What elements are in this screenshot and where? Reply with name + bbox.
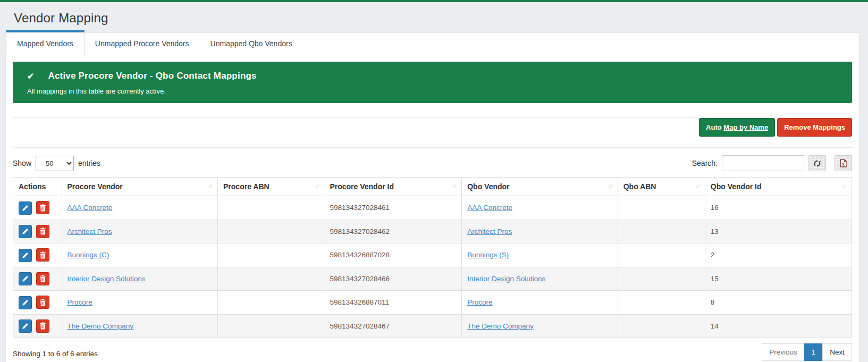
mapping-toolbar: Auto Map by Name Remove Mappings <box>13 118 852 137</box>
qbo-vendor-cell: Procore <box>462 291 618 315</box>
page-length-select[interactable]: 50 <box>36 156 74 171</box>
pencil-icon <box>22 275 29 282</box>
banner-title: Active Procore Vendor - Qbo Contact Mapp… <box>48 71 256 81</box>
entries-label: entries <box>78 159 100 167</box>
tab[interactable]: Mapped Vendors <box>6 30 85 55</box>
delete-mapping-button[interactable] <box>36 225 49 238</box>
edit-mapping-button[interactable] <box>19 201 32 215</box>
column-header[interactable]: Qbo Vendor↓↑ <box>462 178 618 196</box>
main-panel: Mapped Vendors Unmapped Procore Vendors … <box>5 32 859 362</box>
pagination-next[interactable]: Next <box>822 343 852 361</box>
procore-abn-cell <box>218 220 324 243</box>
search-label: Search: <box>692 159 718 167</box>
show-label: Show <box>13 159 31 167</box>
column-header[interactable]: Qbo ABN↓↑ <box>618 178 705 196</box>
qbo-vendor-link[interactable]: Bunnings (S) <box>467 251 509 259</box>
sort-icon[interactable]: ↓↑ <box>314 182 318 190</box>
trash-icon <box>39 204 46 212</box>
procore-vendor-id-cell: 598134327028462 <box>324 220 462 243</box>
trash-icon <box>39 228 46 235</box>
qbo-vendor-link[interactable]: Interior Design Solutions <box>467 275 545 283</box>
active-mappings-banner: ✔ Active Procore Vendor - Qbo Contact Ma… <box>13 62 852 103</box>
column-header[interactable]: Qbo Vendor Id↓↑ <box>705 178 852 196</box>
qbo-vendor-link[interactable]: Procore <box>467 298 492 306</box>
procore-vendor-link[interactable]: Bunnings (C) <box>68 251 109 259</box>
table-controls: Show 50 entries Search: <box>13 155 852 171</box>
procore-vendor-link[interactable]: Interior Design Solutions <box>68 275 146 283</box>
column-header[interactable]: Actions <box>13 178 62 196</box>
edit-mapping-button[interactable] <box>19 249 32 262</box>
procore-vendor-link[interactable]: The Demo Company <box>68 322 134 330</box>
procore-vendor-link[interactable]: Procore <box>68 298 92 306</box>
vendor-mapping-table: Actions Procore Vendor↓↑ Procore ABN↓↑ P… <box>13 177 852 338</box>
delete-mapping-button[interactable] <box>36 296 49 309</box>
procore-vendor-link[interactable]: Architect Pros <box>68 228 112 235</box>
search-input[interactable] <box>722 155 804 171</box>
table-row: Bunnings (C) 598134326887028 Bunnings (S… <box>13 243 852 267</box>
qbo-vendor-link[interactable]: Architect Pros <box>467 228 512 235</box>
procore-vendor-cell: Architect Pros <box>62 220 218 243</box>
actions-cell <box>13 291 62 315</box>
delete-mapping-button[interactable] <box>36 201 49 214</box>
qbo-vendor-cell: Bunnings (S) <box>462 243 618 267</box>
edit-mapping-button[interactable] <box>19 272 32 285</box>
svg-text:x: x <box>842 161 845 166</box>
edit-mapping-button[interactable] <box>19 319 32 333</box>
tab[interactable]: Unmapped Procore Vendors <box>85 33 200 54</box>
procore-vendor-id-cell: 598134327028466 <box>324 267 462 291</box>
pagination-page-1[interactable]: 1 <box>804 343 823 361</box>
delete-mapping-button[interactable] <box>36 319 49 333</box>
column-header[interactable]: Procore ABN↓↑ <box>218 178 324 196</box>
procore-vendor-link[interactable]: AAA Concrete <box>68 204 113 212</box>
procore-abn-cell <box>218 196 324 220</box>
banner-subtitle: All mappings in this table are currently… <box>27 87 841 95</box>
actions-cell <box>13 220 62 243</box>
qbo-vendor-id-cell: 8 <box>705 291 852 315</box>
procore-vendor-id-cell: 598134327028461 <box>324 196 462 220</box>
qbo-vendor-cell: Architect Pros <box>462 220 618 243</box>
pencil-icon <box>22 228 29 235</box>
actions-cell <box>13 243 62 267</box>
sort-icon[interactable]: ↓↑ <box>842 182 846 190</box>
qbo-vendor-link[interactable]: AAA Concrete <box>467 204 512 212</box>
table-row: Procore 598134326887011 Procore 8 <box>13 291 852 315</box>
sort-icon[interactable]: ↓↑ <box>608 182 612 190</box>
procore-vendor-cell: Procore <box>62 291 218 315</box>
sort-icon[interactable]: ↓↑ <box>208 182 212 190</box>
qbo-vendor-id-cell: 16 <box>705 196 852 220</box>
procore-abn-cell <box>218 291 324 315</box>
edit-mapping-button[interactable] <box>19 296 32 309</box>
qbo-vendor-cell: AAA Concrete <box>462 196 618 220</box>
actions-cell <box>13 196 62 220</box>
column-header[interactable]: Procore Vendor↓↑ <box>62 178 218 196</box>
qbo-abn-cell <box>618 243 705 267</box>
edit-mapping-button[interactable] <box>19 225 32 238</box>
sort-icon[interactable]: ↓↑ <box>695 182 700 190</box>
pagination-previous[interactable]: Previous <box>762 343 805 361</box>
table-footer: Showing 1 to 6 of 6 entries Previous 1 N… <box>13 341 852 361</box>
column-header[interactable]: Procore Vendor Id↓↑ <box>324 178 462 196</box>
auto-map-by-name-button[interactable]: Auto Map by Name <box>699 118 775 137</box>
qbo-abn-cell <box>618 314 705 338</box>
tab[interactable]: Unmapped Qbo Vendors <box>200 33 303 54</box>
actions-cell <box>13 314 62 338</box>
qbo-vendor-id-cell: 14 <box>705 314 852 338</box>
table-row: Interior Design Solutions 59813432702846… <box>13 267 852 291</box>
delete-mapping-button[interactable] <box>36 248 49 262</box>
qbo-vendor-id-cell: 15 <box>705 267 852 291</box>
pagination: Previous 1 Next <box>762 343 852 361</box>
pencil-icon <box>22 205 29 212</box>
sort-icon[interactable]: ↓↑ <box>452 182 456 190</box>
actions-cell <box>13 267 62 291</box>
pencil-icon <box>22 299 29 306</box>
page-title: Vendor Mapping <box>0 2 868 32</box>
qbo-abn-cell <box>618 291 705 315</box>
remove-mappings-button[interactable]: Remove Mappings <box>777 118 852 137</box>
qbo-abn-cell <box>618 267 705 291</box>
refresh-button[interactable] <box>808 155 826 171</box>
table-row: The Demo Company 598134327028467 The Dem… <box>13 314 852 338</box>
trash-icon <box>39 251 46 259</box>
delete-mapping-button[interactable] <box>36 272 49 285</box>
qbo-vendor-link[interactable]: The Demo Company <box>467 322 534 330</box>
export-excel-button[interactable]: x <box>835 155 852 171</box>
